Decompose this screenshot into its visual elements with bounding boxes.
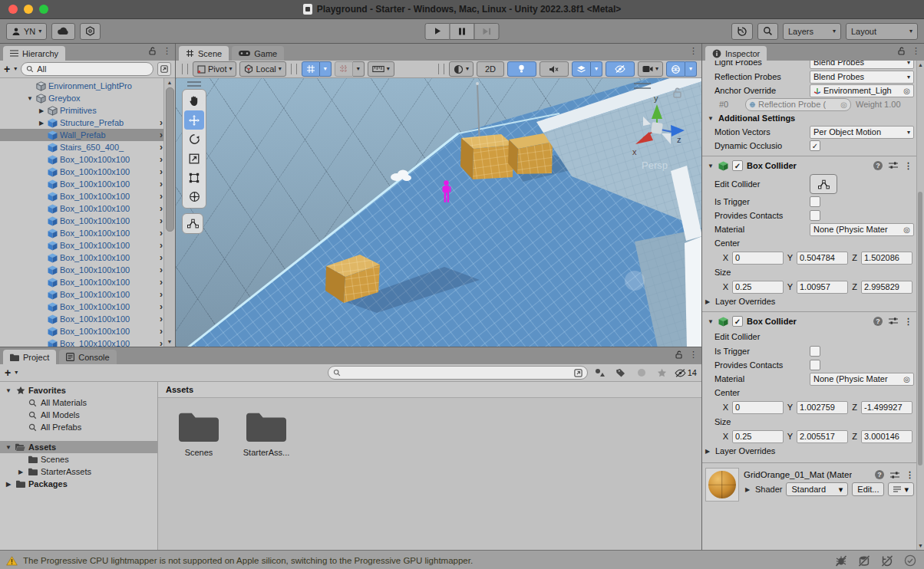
prefab-open-arrow-icon[interactable]: › — [160, 117, 163, 128]
is-trigger-checkbox[interactable] — [810, 346, 820, 357]
anchor-override-object-field[interactable]: Environment_Ligh ◎ — [810, 84, 914, 97]
hierarchy-item[interactable]: ▼Greybox — [0, 92, 164, 104]
debugger-disabled-icon[interactable] — [835, 555, 847, 567]
foldout-closed-icon[interactable]: ▶ — [744, 486, 751, 493]
size-x-input[interactable]: 0.25 — [732, 281, 784, 294]
kebab-menu-icon[interactable]: ⋮ — [689, 350, 698, 359]
object-picker-icon[interactable]: ◎ — [903, 375, 910, 383]
component-enabled-checkbox[interactable]: ✓ — [732, 316, 743, 327]
search-button[interactable] — [757, 23, 778, 40]
scroll-up-icon[interactable]: ▲ — [167, 78, 173, 87]
hierarchy-search-input[interactable]: All — [21, 62, 153, 76]
material-preview[interactable] — [705, 468, 739, 502]
hierarchy-item[interactable]: Box_100x100x100› — [0, 178, 164, 190]
cache-server-disabled-icon[interactable] — [858, 555, 870, 567]
help-icon[interactable]: ? — [875, 470, 884, 479]
close-window-button[interactable] — [8, 5, 18, 14]
cloud-services-button[interactable] — [51, 23, 75, 40]
size-z-input[interactable]: 2.995829 — [861, 281, 912, 294]
lock-icon[interactable] — [674, 88, 681, 97]
status-bar[interactable]: The Progressive CPU lightmapper is not s… — [0, 550, 924, 569]
expander-icon[interactable]: ▶ — [38, 120, 45, 127]
tab-hierarchy[interactable]: Hierarchy — [3, 46, 65, 61]
plastic-scm-button[interactable] — [80, 23, 101, 40]
scroll-down-icon[interactable]: ▼ — [918, 541, 923, 550]
center-z-input[interactable]: 1.502086 — [861, 252, 912, 265]
hierarchy-item[interactable]: Box_100x100x100› — [0, 264, 164, 276]
camera-settings-dropdown[interactable]: ▾ — [638, 61, 663, 77]
expander-icon[interactable]: ▼ — [5, 444, 12, 451]
scale-tool-button[interactable] — [184, 149, 204, 168]
hierarchy-item[interactable]: Box_100x100x100› — [0, 239, 164, 252]
edit-collider-tool-button[interactable] — [182, 213, 203, 234]
help-icon[interactable]: ? — [873, 161, 883, 170]
layer-overrides-foldout[interactable]: ▶Layer Overrides — [702, 294, 917, 308]
gizmo-center-cube[interactable] — [651, 122, 663, 134]
size-y-input[interactable]: 1.00957 — [797, 281, 848, 294]
hierarchy-item[interactable]: Box_100x100x100› — [0, 215, 164, 227]
kebab-menu-icon[interactable]: ⋮ — [904, 162, 912, 170]
draw-mode-dropdown[interactable]: ▾ — [449, 61, 474, 77]
project-tree-item[interactable]: Scenes — [0, 453, 157, 465]
step-button[interactable] — [474, 23, 500, 40]
hierarchy-item[interactable]: Box_100x100x100› — [0, 276, 164, 288]
rotate-tool-button[interactable] — [184, 130, 204, 149]
chevron-down-icon[interactable]: ▾ — [15, 370, 18, 376]
provides-contacts-checkbox[interactable] — [810, 210, 820, 221]
project-tree-item[interactable]: All Materials — [0, 396, 157, 409]
hierarchy-item[interactable]: Box_100x100x100› — [0, 325, 164, 337]
hierarchy-item[interactable]: Stairs_650_400_› — [0, 141, 164, 153]
zoom-window-button[interactable] — [39, 5, 48, 14]
material-menu-button[interactable]: ▾ — [888, 482, 914, 496]
component-enabled-checkbox[interactable]: ✓ — [732, 160, 743, 171]
light-probes-dropdown[interactable]: Blend Probes ▾ — [810, 61, 914, 69]
kebab-menu-icon[interactable]: ⋮ — [906, 471, 914, 479]
prefab-open-arrow-icon[interactable]: › — [160, 166, 163, 177]
scroll-up-icon[interactable]: ▲ — [918, 61, 923, 69]
audio-mute-toggle[interactable] — [540, 61, 569, 77]
chevron-down-icon[interactable]: ▾ — [14, 66, 17, 72]
size-x-input[interactable]: 0.25 — [732, 430, 784, 443]
tab-scene[interactable]: Scene — [179, 46, 229, 61]
save-search-button[interactable] — [157, 62, 171, 76]
prefab-open-arrow-icon[interactable]: › — [160, 265, 163, 275]
asset-folder-tile[interactable]: StarterAss... — [243, 410, 290, 457]
hand-tool-button[interactable] — [184, 91, 204, 110]
play-button[interactable] — [425, 23, 450, 40]
search-by-label-button[interactable] — [612, 366, 629, 380]
add-asset-button[interactable]: + — [5, 367, 11, 379]
expander-icon[interactable]: ▼ — [26, 95, 34, 102]
hierarchy-item[interactable]: ▶Structure_Prefab› — [0, 117, 164, 129]
provides-contacts-checkbox[interactable] — [810, 360, 820, 370]
component-header[interactable]: ▼✓Box Collider?⋮ — [702, 314, 917, 329]
center-x-input[interactable]: 0 — [732, 401, 784, 414]
foldout-open-icon[interactable]: ▼ — [707, 163, 714, 169]
hierarchy-item[interactable]: Box_100x100x100› — [0, 202, 164, 215]
increment-snap-dropdown[interactable]: ▾ — [353, 61, 365, 77]
prefab-open-arrow-icon[interactable]: › — [160, 215, 163, 226]
favorite-search-button[interactable] — [654, 366, 671, 380]
inspector-scrollbar[interactable]: ▲ ▼ — [916, 61, 924, 550]
lock-icon[interactable] — [149, 47, 156, 55]
center-z-input[interactable]: -1.499927 — [861, 401, 912, 414]
rect-tool-button[interactable] — [184, 168, 204, 187]
layers-dropdown[interactable]: Layers ▾ — [783, 23, 841, 40]
expander-icon[interactable]: ▶ — [5, 481, 12, 488]
lock-icon[interactable] — [898, 47, 905, 55]
pivot-mode-dropdown[interactable]: Pivot ▾ — [193, 61, 236, 77]
add-object-button[interactable]: + — [4, 63, 10, 75]
prefab-open-arrow-icon[interactable]: › — [160, 191, 163, 202]
prefab-open-arrow-icon[interactable]: › — [160, 154, 163, 165]
prefab-open-arrow-icon[interactable]: › — [160, 301, 163, 312]
prefab-open-arrow-icon[interactable]: › — [160, 326, 163, 337]
pop-out-icon[interactable] — [574, 369, 582, 377]
expander-icon[interactable]: ▶ — [38, 107, 45, 114]
kebab-menu-icon[interactable]: ⋮ — [689, 47, 698, 55]
layer-overrides-foldout[interactable]: ▶Layer Overrides — [702, 444, 917, 458]
prefab-open-arrow-icon[interactable]: › — [160, 240, 163, 251]
component-header[interactable]: ▼✓Box Collider?⋮ — [702, 158, 917, 173]
hidden-objects-toggle[interactable] — [606, 61, 635, 77]
hierarchy-item[interactable]: ▶Primitives — [0, 104, 164, 117]
prefab-open-arrow-icon[interactable]: › — [160, 228, 163, 238]
gizmos-dropdown[interactable]: ▾ — [685, 61, 697, 77]
